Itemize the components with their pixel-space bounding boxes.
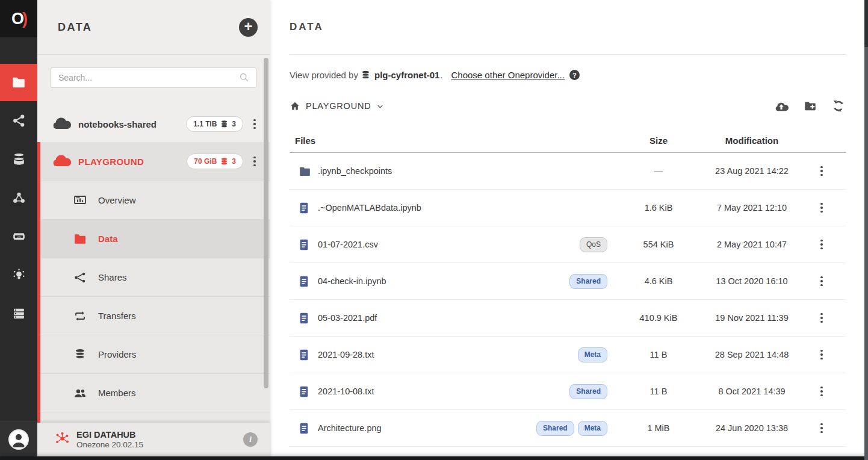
row-menu-button[interactable] <box>815 423 828 434</box>
rail-item-account[interactable] <box>0 421 37 456</box>
submenu-item-members[interactable]: Members <box>40 373 270 412</box>
new-folder-button[interactable] <box>803 99 817 113</box>
rail-item-automation[interactable] <box>0 255 37 294</box>
add-space-button[interactable]: + <box>239 18 258 37</box>
file-modified: 28 Sep 2021 14:48 <box>698 350 806 359</box>
space-submenu: Overview Data Shares <box>40 181 270 427</box>
space-size: 1.1 TiB <box>193 120 217 128</box>
sidebar-scrollbar[interactable] <box>264 58 268 388</box>
rail-item-shares[interactable] <box>0 101 37 140</box>
submenu-item-data[interactable]: Data <box>40 219 270 258</box>
space-provider-count: 3 <box>232 120 236 128</box>
file-icon <box>299 202 311 214</box>
file-icon <box>299 239 311 250</box>
space-menu-button[interactable] <box>248 157 261 167</box>
space-name: notebooks-shared <box>78 119 186 129</box>
provider-line: View provided by plg-cyfronet-01. Choose… <box>290 70 846 80</box>
submenu-item-transfers[interactable]: Transfers <box>40 296 270 335</box>
breadcrumb-current: PLAYGROUND <box>306 101 371 111</box>
row-menu-button[interactable] <box>815 166 828 176</box>
submenu-label: Members <box>98 388 136 398</box>
avatar <box>8 429 29 450</box>
table-row[interactable]: 05-03-2021.pdf 410.9 KiB 19 Nov 2021 11:… <box>290 300 846 337</box>
file-modified: 19 Nov 2021 11:39 <box>698 313 806 323</box>
submenu-label: Data <box>98 234 118 244</box>
row-menu-button[interactable] <box>815 240 828 250</box>
submenu-item-shares[interactable]: Shares <box>40 258 270 296</box>
file-modified: 13 Oct 2020 16:10 <box>698 276 806 286</box>
row-menu-button[interactable] <box>815 313 828 323</box>
sidebar: DATA + notebooks-shared 1.1 TiB 3 <box>37 0 270 460</box>
submenu-item-overview[interactable]: Overview <box>40 181 270 219</box>
file-size: 410.9 KiB <box>619 313 698 323</box>
table-row[interactable]: 2021-09-28.txt Meta 11 B 28 Sep 2021 14:… <box>290 337 846 373</box>
transfers-icon <box>72 309 88 323</box>
provider-period: . <box>440 70 442 80</box>
file-size: 11 B <box>619 350 698 359</box>
cloud-icon <box>51 153 73 170</box>
app-window: O) a23e <box>0 0 868 460</box>
search-input[interactable] <box>51 67 256 88</box>
upload-button[interactable] <box>773 99 789 113</box>
page-scrollbar-thumb[interactable] <box>864 0 868 47</box>
page-scrollbar[interactable] <box>864 0 868 460</box>
rail-item-harvesters[interactable] <box>0 294 37 332</box>
table-row[interactable]: .~OpenMATLABdata.ipynb 1.6 KiB 7 May 202… <box>290 190 846 226</box>
shared-badge[interactable]: Shared <box>569 274 607 289</box>
table-row[interactable]: 2021-10-08.txt Shared 11 B 8 Oct 2021 14… <box>290 373 846 410</box>
file-name: 2021-10-08.txt <box>318 387 374 396</box>
rail-item-tokens[interactable]: a23e <box>0 217 37 255</box>
file-modified: 8 Oct 2021 14:39 <box>698 387 806 396</box>
row-menu-button[interactable] <box>815 387 828 397</box>
groups-icon <box>11 190 26 205</box>
share-icon <box>11 113 26 128</box>
space-menu-button[interactable] <box>248 119 261 129</box>
main-nav-rail: O) a23e <box>0 0 37 460</box>
sidebar-space-notebooks-shared[interactable]: notebooks-shared 1.1 TiB 3 <box>37 108 270 140</box>
provider-count-icon <box>221 120 228 128</box>
members-icon <box>72 386 88 400</box>
onedata-logo[interactable]: O) <box>0 0 37 37</box>
submenu-item-providers[interactable]: Providers <box>40 335 270 373</box>
file-modified: 23 Aug 2021 14:22 <box>698 166 806 176</box>
file-name: 2021-09-28.txt <box>318 350 374 359</box>
row-menu-button[interactable] <box>815 350 828 360</box>
cloud-upload-icon <box>773 99 789 113</box>
rail-item-providers[interactable] <box>0 140 37 178</box>
table-row[interactable]: 01-07-2021.csv QoS 554 KiB 2 May 2021 10… <box>290 226 846 263</box>
submenu-label: Overview <box>98 195 136 205</box>
database-icon <box>72 347 88 362</box>
rail-item-data[interactable] <box>0 64 37 101</box>
sidebar-space-playground[interactable]: PLAYGROUND 70 GiB 3 <box>40 142 270 181</box>
space-name: PLAYGROUND <box>78 157 187 167</box>
breadcrumb[interactable]: PLAYGROUND <box>290 101 384 111</box>
egi-logo <box>54 430 70 449</box>
info-icon[interactable]: i <box>243 432 258 447</box>
help-icon[interactable]: ? <box>569 70 580 80</box>
row-menu-button[interactable] <box>815 276 828 287</box>
table-row[interactable]: .ipynb_checkpoints — 23 Aug 2021 14:22 <box>290 153 846 190</box>
rail-item-groups[interactable] <box>0 178 37 217</box>
submenu-label: Shares <box>98 272 127 282</box>
table-row[interactable]: Architecture.png Shared Meta 1 MiB 24 Ju… <box>290 410 846 447</box>
column-header-files: Files <box>290 135 529 146</box>
row-menu-button[interactable] <box>815 203 828 213</box>
shared-badge[interactable]: Shared <box>569 384 607 399</box>
overview-icon <box>72 193 88 208</box>
sidebar-search <box>37 55 270 100</box>
file-size: — <box>619 166 698 176</box>
main-content: DATA View provided by plg-cyfronet-01. C… <box>270 0 864 456</box>
content-header: DATA <box>290 0 846 55</box>
refresh-button[interactable] <box>831 99 846 113</box>
qos-badge[interactable]: QoS <box>580 237 607 252</box>
zone-version: Onezone 20.02.15 <box>76 440 243 449</box>
space-size: 70 GiB <box>194 157 217 166</box>
file-size: 11 B <box>619 387 698 396</box>
shared-badge[interactable]: Shared <box>536 421 574 436</box>
meta-badge[interactable]: Meta <box>578 347 607 362</box>
table-row[interactable]: 04-check-in.ipynb Shared 4.6 KiB 13 Oct … <box>290 263 846 300</box>
column-header-modification: Modification <box>698 135 806 146</box>
choose-oneprovider-link[interactable]: Choose other Oneprovider... <box>451 70 565 80</box>
file-name: .~OpenMATLABdata.ipynb <box>318 203 421 213</box>
meta-badge[interactable]: Meta <box>578 421 607 436</box>
